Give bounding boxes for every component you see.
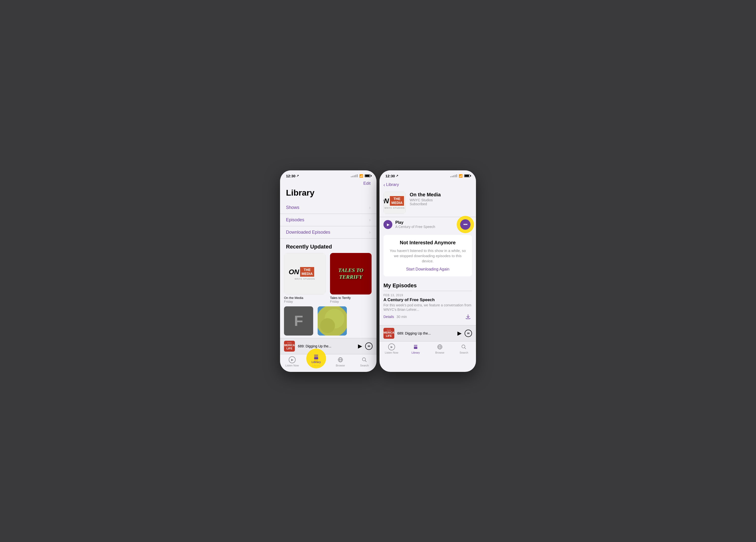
freak-artwork: F [284,306,313,335]
left-phone: 12:30 ↗ 📶 [280,170,377,372]
episodes-menu-item[interactable]: Episodes › [280,214,377,226]
start-downloading-button[interactable]: Start Downloading Again [388,267,467,271]
tab-library-left[interactable]: Library Library [309,356,324,367]
shows-label: Shows [286,205,299,210]
episode-meta-0: Details 30 min [383,313,472,321]
signal-icon [351,174,358,177]
not-interested-title: Not Interested Anymore [388,240,467,246]
back-label: Library [386,182,399,187]
play-icon: ▶ [387,223,390,227]
wifi-icon: 📶 [359,174,363,178]
listen-now-icon-right: ▶ [388,343,395,350]
library-highlight-circle: Library [306,349,326,368]
shows-menu-item[interactable]: Shows › [280,202,377,214]
episode-details-link-0[interactable]: Details [383,315,394,319]
play-subtitle: A Century of Free Speech [395,225,435,229]
tab-label-search-left: Search [360,364,369,367]
mini-title-left: 689: Digging Up the... [298,344,355,348]
podcast-header-artwork: ON THEMEDIA WNYC STUDIOS [383,192,406,214]
battery-icon-right [464,174,470,177]
status-time-right: 12:30 ↗ [385,174,398,178]
otm-day: Friday [284,300,326,303]
library-icon-right [412,343,419,350]
tab-library-right[interactable]: Library [408,343,423,354]
play-left: ▶ Play A Century of Free Speech [383,220,435,229]
podcast-ttt[interactable]: Tales toTerrify Tales to Terrify Friday [330,253,372,303]
svg-rect-13 [414,347,417,349]
tab-label-search-right: Search [460,351,468,354]
page-title: Library [280,188,377,202]
library-svg-icon-right [413,344,419,350]
tab-browse-left[interactable]: Browse [333,356,348,367]
downloaded-label: Downloaded Episodes [286,230,330,235]
mini-artwork-left: THIS AMERICANLIFE [284,341,295,351]
wifi-icon-right: 📶 [459,174,463,178]
tab-bar-left: ▶ Listen Now Librar [280,354,377,372]
play-row: ▶ Play A Century of Free Speech ••• [379,217,476,232]
back-button[interactable]: ‹ Library [383,182,399,188]
browse-svg-icon [337,357,343,363]
svg-rect-4 [314,356,318,356]
tab-label-browse-right: Browse [435,351,444,354]
status-bar-right: 12:30 ↗ 📶 [379,170,476,180]
podcast-author: WNYC Studios [410,198,472,202]
otm-name: On the Media [284,296,326,300]
listen-now-icon-left: ▶ [289,356,296,363]
episode-links-0: Details 30 min [383,315,407,319]
tab-label-browse-left: Browse [336,364,345,367]
right-phone: 12:30 ↗ 📶 [379,170,476,372]
podcast-otm[interactable]: ON THEMEDIA WNYC STUDIOS On the Media Fr… [284,253,326,303]
tab-search-left[interactable]: Search [357,356,372,367]
episodes-chevron-icon: › [369,217,371,223]
more-dots-icon: ••• [463,222,467,227]
downloaded-menu-item[interactable]: Downloaded Episodes › [280,226,377,239]
svg-point-17 [462,345,465,348]
search-icon-right [460,343,467,350]
svg-line-10 [365,360,367,362]
browse-icon-left [337,356,344,363]
signal-icon-right [450,174,457,177]
browse-svg-icon-right [437,344,443,350]
mini-play-button-right[interactable]: ▶ [457,330,462,336]
mini-skip-button-left[interactable]: 30 [365,342,373,350]
tab-listen-now-right[interactable]: ▶ Listen Now [384,343,399,354]
library-highlight-icon [313,353,320,360]
podcast-freak[interactable]: F [284,306,314,335]
svg-rect-12 [414,346,417,346]
podcast-header: ON THEMEDIA WNYC STUDIOS On the Media WN… [379,189,476,217]
tab-search-right[interactable]: Search [456,343,471,354]
shows-chevron-icon: › [369,205,371,210]
ttt-day: Friday [330,300,372,303]
podcast-third[interactable] [318,306,347,335]
svg-rect-11 [414,345,417,345]
mini-skip-button-right[interactable]: 30 [465,329,472,337]
tab-browse-right[interactable]: Browse [432,343,447,354]
episodes-label: Episodes [286,217,304,223]
more-button[interactable]: ••• [460,219,471,230]
tab-listen-now-left[interactable]: ▶ Listen Now [285,356,300,367]
ttt-name: Tales to Terrify [330,296,372,300]
download-button-0[interactable] [464,313,472,321]
tab-label-library-right: Library [411,351,420,354]
svg-rect-5 [314,357,318,359]
mini-play-button-left[interactable]: ▶ [358,343,362,349]
podcast-status: Subscribed [410,202,472,206]
edit-bar: Edit [280,180,377,188]
mini-player-left: THIS AMERICANLIFE 689: Digging Up the...… [280,338,377,354]
highlight-spacer [280,335,377,338]
play-info: Play A Century of Free Speech [395,220,435,229]
episode-date-0: FEB 13, 2019 [383,293,472,297]
edit-button[interactable]: Edit [363,181,371,186]
third-artwork [318,306,347,335]
browse-icon-right [436,343,443,350]
mini-artwork-right: THIS AMERICANLIFE [383,328,394,339]
podcast-title: On the Media [410,192,472,198]
recently-updated-title: Recently Updated [280,239,377,253]
search-svg-icon [362,357,367,362]
episode-duration-0: 30 min [397,315,407,319]
tab-bar-right: ▶ Listen Now Library [379,341,476,359]
podcast-grid: ON THEMEDIA WNYC STUDIOS On the Media Fr… [280,253,377,303]
not-interested-card: Not Interested Anymore You haven't liste… [383,235,472,276]
episode-item-0: FEB 13, 2019 A Century of Free Speech Fo… [383,291,472,323]
play-button[interactable]: ▶ [383,220,392,229]
